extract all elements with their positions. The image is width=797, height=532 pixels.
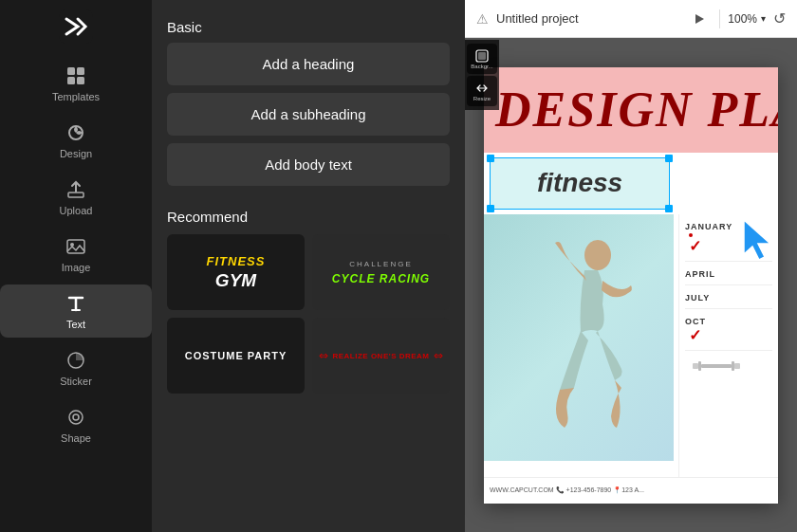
oct-check: ✓ xyxy=(689,326,772,344)
april-label: APRIL xyxy=(685,269,772,279)
svg-rect-6 xyxy=(68,193,83,197)
svg-rect-18 xyxy=(732,361,734,371)
dumbbell-icon xyxy=(693,358,740,374)
gym-label: GYM xyxy=(215,270,256,291)
sidebar-design-label: Design xyxy=(60,148,92,159)
yoga-figure-svg xyxy=(512,229,645,447)
doc-header: DESIGN PLA xyxy=(484,67,778,153)
svg-rect-13 xyxy=(478,52,486,60)
handle-tl[interactable] xyxy=(487,155,494,162)
background-button[interactable]: Backgr... xyxy=(467,44,497,74)
fitness-label: FITNESS xyxy=(207,254,266,268)
svg-rect-1 xyxy=(67,67,75,75)
sidebar-item-sticker[interactable]: Sticker xyxy=(0,341,152,394)
svg-rect-16 xyxy=(698,361,701,371)
recommend-card-fitness-gym[interactable]: FITNESS GYM xyxy=(167,234,305,310)
recommend-card-costume-party[interactable]: COSTUME PARTY xyxy=(167,318,305,394)
sidebar-upload-label: Upload xyxy=(60,205,93,216)
costume-party-label: COSTUME PARTY xyxy=(185,350,287,361)
upload-icon xyxy=(65,178,87,201)
canvas-area: ⚠ Untitled project 100% ▾ ↺ Backgr... xyxy=(465,0,797,532)
svg-point-10 xyxy=(69,411,83,424)
shape-icon xyxy=(65,406,87,429)
doc-footer: WWW.CAPCUT.COM 📞 +123-456-7890 📍123 A... xyxy=(484,477,778,504)
dumbbell-area xyxy=(678,352,754,380)
design-icon xyxy=(65,121,87,144)
add-subheading-button[interactable]: Add a subheading xyxy=(167,93,450,136)
zoom-chevron: ▾ xyxy=(761,13,766,24)
challenge-label: CHALLENGE xyxy=(349,260,412,268)
sidebar-item-image[interactable]: Image xyxy=(0,228,152,281)
svg-rect-15 xyxy=(693,363,698,369)
canvas-topbar: ⚠ Untitled project 100% ▾ ↺ xyxy=(465,0,797,38)
templates-icon xyxy=(65,64,87,87)
text-icon xyxy=(65,292,87,315)
svg-rect-3 xyxy=(67,77,75,84)
realize-dream-label: REALIZE ONE'S DREAM xyxy=(332,352,429,360)
handle-br[interactable] xyxy=(665,205,673,212)
sidebar-item-text[interactable]: Text xyxy=(0,284,152,338)
cycle-racing-label: CYCLE RACING xyxy=(332,272,430,285)
sidebar-item-templates[interactable]: Templates xyxy=(0,57,152,110)
text-panel: Basic Add a heading Add a subheading Add… xyxy=(152,0,465,532)
recommend-grid: FITNESS GYM CHALLENGE CYCLE RACING COSTU… xyxy=(167,234,450,394)
svg-rect-19 xyxy=(734,363,740,369)
add-body-button[interactable]: Add body text xyxy=(167,143,450,186)
document-canvas: DESIGN PLA fitness xyxy=(484,67,778,504)
sidebar-item-upload[interactable]: Upload xyxy=(0,171,152,224)
add-heading-button[interactable]: Add a heading xyxy=(167,43,450,85)
handle-tr[interactable] xyxy=(665,155,673,162)
warning-icon: ⚠ xyxy=(476,11,489,27)
recommend-card-cycle-racing[interactable]: CHALLENGE CYCLE RACING xyxy=(312,234,450,310)
zoom-value: 100% xyxy=(728,12,757,26)
svg-point-14 xyxy=(584,240,611,270)
july-label: JULY xyxy=(685,293,772,303)
footer-text: WWW.CAPCUT.COM 📞 +123-456-7890 📍123 A... xyxy=(490,486,644,494)
basic-section-title: Basic xyxy=(167,19,450,35)
image-icon xyxy=(65,235,87,258)
play-button[interactable] xyxy=(687,7,712,31)
oct-label: OCT xyxy=(685,317,772,326)
fitness-text-box[interactable]: fitness xyxy=(490,157,670,210)
recommend-section-title: Recommend xyxy=(167,209,450,225)
sidebar-text-label: Text xyxy=(66,319,85,330)
svg-point-11 xyxy=(73,414,79,420)
sidebar: Templates Design Upload xyxy=(0,0,152,532)
canvas-side-panel: Backgr... Resize xyxy=(465,40,499,110)
app-logo xyxy=(59,9,93,44)
zoom-control[interactable]: 100% ▾ xyxy=(728,12,766,26)
recommend-card-realize-dream[interactable]: ⇔ REALIZE ONE'S DREAM ⇔ xyxy=(312,318,450,394)
resize-button[interactable]: Resize xyxy=(467,76,497,106)
realize-inner: ⇔ REALIZE ONE'S DREAM ⇔ xyxy=(319,349,442,362)
canvas-viewport[interactable]: DESIGN PLA fitness xyxy=(465,38,797,532)
svg-rect-17 xyxy=(701,364,732,368)
divider xyxy=(719,9,720,28)
sidebar-item-design[interactable]: Design xyxy=(0,114,152,167)
realize-arrow-right: ⇔ xyxy=(434,349,443,362)
recommend-section: Recommend FITNESS GYM CHALLENGE CYCLE RA… xyxy=(167,209,450,394)
project-title[interactable]: Untitled project xyxy=(496,11,679,26)
basic-section: Basic Add a heading Add a subheading Add… xyxy=(167,19,450,193)
svg-rect-4 xyxy=(77,77,84,84)
resize-label: Resize xyxy=(473,96,491,101)
background-label: Backgr... xyxy=(471,64,492,69)
schedule-oct: OCT ✓ xyxy=(685,317,772,351)
sidebar-image-label: Image xyxy=(62,262,91,273)
sticker-icon xyxy=(65,349,87,372)
handle-bl[interactable] xyxy=(487,205,494,212)
svg-rect-2 xyxy=(77,67,84,75)
schedule-july: JULY xyxy=(685,293,772,309)
yoga-image xyxy=(484,214,674,461)
doc-header-text: DESIGN PLA xyxy=(495,82,778,138)
sidebar-shape-label: Shape xyxy=(61,432,91,444)
schedule-april: APRIL xyxy=(685,269,772,285)
sidebar-templates-label: Templates xyxy=(52,91,100,102)
undo-button[interactable]: ↺ xyxy=(773,9,786,28)
sidebar-item-shape[interactable]: Shape xyxy=(0,398,152,451)
realize-arrow-left: ⇔ xyxy=(319,349,328,362)
fitness-input-text: fitness xyxy=(537,168,622,198)
cursor-arrow xyxy=(740,218,774,264)
sidebar-sticker-label: Sticker xyxy=(60,376,92,387)
